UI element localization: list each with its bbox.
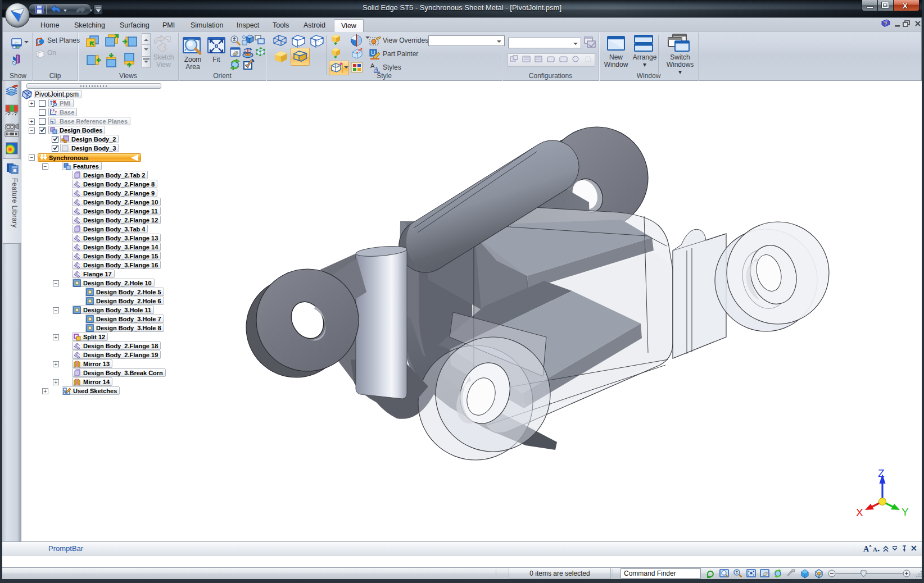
svg-text:x: x (53, 108, 55, 111)
svg-text:Y: Y (902, 506, 909, 518)
svg-text:y: y (55, 110, 57, 113)
svg-text:?: ? (884, 21, 887, 26)
svg-text:U: U (371, 50, 375, 56)
svg-text:X: X (856, 507, 863, 518)
svg-text:Z: Z (878, 467, 885, 479)
svg-text:A: A (873, 546, 877, 553)
svg-text:A: A (863, 545, 869, 553)
